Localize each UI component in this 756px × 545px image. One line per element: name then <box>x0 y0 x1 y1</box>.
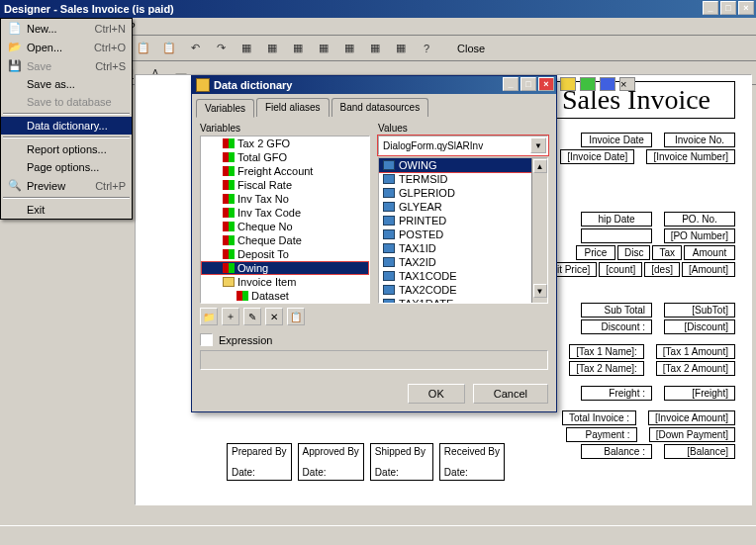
cancel-button[interactable]: Cancel <box>473 384 548 404</box>
tree-item[interactable]: Cheque No <box>201 220 369 233</box>
col-amount[interactable]: Amount <box>684 245 735 260</box>
list-item[interactable]: POSTED <box>379 227 547 241</box>
menu-new[interactable]: 📄New...Ctrl+N <box>1 19 132 38</box>
help-icon[interactable]: ? <box>416 38 437 59</box>
scrollbar[interactable]: ▲ ▼ <box>531 158 547 303</box>
chevron-down-icon[interactable]: ▼ <box>530 137 546 153</box>
menu-preview[interactable]: 🔍PreviewCtrl+P <box>1 176 132 195</box>
send-back-icon[interactable]: ▦ <box>261 38 283 59</box>
discount-label[interactable]: Discount : <box>581 319 652 334</box>
list-item[interactable]: TAX1RATE <box>379 297 547 304</box>
discount-val[interactable]: [Discount] <box>664 319 735 334</box>
tree-item[interactable]: Owing <box>201 261 369 275</box>
val-price[interactable]: it Price] <box>550 262 597 277</box>
tax1-label[interactable]: [Tax 1 Name]: <box>569 344 644 359</box>
val-count[interactable]: [count] <box>599 262 642 277</box>
variables-tree[interactable]: Tax 2 GFOTotal GFOFreight AccountFiscal … <box>200 136 370 304</box>
scroll-down-icon[interactable]: ▼ <box>533 284 547 298</box>
tree-item[interactable]: Inv Tax No <box>201 192 369 206</box>
list-item[interactable]: GLYEAR <box>379 200 547 214</box>
scroll-up-icon[interactable]: ▲ <box>533 159 547 173</box>
total-label[interactable]: Total Invoice : <box>562 410 636 425</box>
col-disc[interactable]: Disc <box>617 245 650 260</box>
tax1-val[interactable]: [Tax 1 Amount] <box>656 344 735 359</box>
dialog-maximize[interactable]: □ <box>520 77 536 91</box>
new-var-icon[interactable]: ＋ <box>222 308 239 325</box>
tree-item[interactable]: Freight Account <box>201 164 369 178</box>
freight-val[interactable]: [Freight] <box>664 386 735 401</box>
menu-page-options[interactable]: Page options... <box>1 158 132 176</box>
tax2-label[interactable]: [Tax 2 Name]: <box>569 361 644 376</box>
ship-date-header[interactable]: hip Date <box>581 212 652 227</box>
tool-icon[interactable]: ▦ <box>313 38 334 59</box>
tree-item[interactable]: Invoice Item <box>201 275 369 289</box>
tree-item[interactable]: Dataset <box>201 289 369 303</box>
redo-icon[interactable]: ↷ <box>210 38 232 59</box>
total-val[interactable]: [Invoice Amount] <box>648 410 735 425</box>
side-button-yellow[interactable] <box>560 77 576 91</box>
close-button-text[interactable]: Close <box>449 41 493 56</box>
subtotal-val[interactable]: [SubTot] <box>664 303 735 318</box>
list-item[interactable]: TAX2ID <box>379 255 547 269</box>
tree-item[interactable]: Fiscal Rate <box>201 178 369 192</box>
dialog-close[interactable]: × <box>538 77 554 91</box>
menu-save-as[interactable]: Save as... <box>1 75 132 93</box>
expression-input[interactable] <box>200 350 548 370</box>
list-item[interactable]: TAX1ID <box>379 241 547 255</box>
minimize-button[interactable]: _ <box>703 1 718 15</box>
edit-icon[interactable]: ✎ <box>243 308 261 325</box>
list-item[interactable]: OWING <box>379 158 547 172</box>
invoice-no-field[interactable]: [Invoice Number] <box>646 149 735 164</box>
list-item[interactable]: PRINTED <box>379 214 547 227</box>
sig-received[interactable]: Received ByDate: <box>439 443 505 481</box>
balance-label[interactable]: Balance : <box>581 444 652 459</box>
tree-item[interactable]: Inv Tax Code <box>201 206 369 220</box>
subtotal-label[interactable]: Sub Total <box>581 303 652 318</box>
grid-icon[interactable]: ▦ <box>364 38 386 59</box>
tree-item[interactable]: Cheque Date <box>201 233 369 247</box>
ship-date-field[interactable] <box>581 228 652 243</box>
sig-approved[interactable]: Approved ByDate: <box>298 443 364 481</box>
ok-button[interactable]: OK <box>408 384 465 404</box>
paste-icon[interactable]: 📋 <box>158 38 180 59</box>
balance-val[interactable]: [Balance] <box>664 444 735 459</box>
expression-checkbox[interactable] <box>200 333 213 346</box>
val-amount[interactable]: [Amount] <box>682 262 735 277</box>
payment-val[interactable]: [Down Payment] <box>649 427 735 442</box>
grid-icon[interactable]: ▦ <box>390 38 412 59</box>
list-item[interactable]: TAX1CODE <box>379 269 547 283</box>
po-no-field[interactable]: [PO Number] <box>664 228 735 243</box>
tree-item[interactable]: Tax 2 GFO <box>201 136 369 150</box>
dialog-minimize[interactable]: _ <box>503 77 519 91</box>
dialog-titlebar[interactable]: Data dictionary _ □ × <box>192 76 556 94</box>
tax2-val[interactable]: [Tax 2 Amount] <box>656 361 735 376</box>
values-list[interactable]: OWINGTERMSIDGLPERIODGLYEARPRINTEDPOSTEDT… <box>378 157 548 304</box>
invoice-date-header[interactable]: Invoice Date <box>581 133 652 147</box>
bring-front-icon[interactable]: ▦ <box>236 38 257 59</box>
sig-prepared[interactable]: Prepared ByDate: <box>227 443 292 481</box>
tree-item[interactable]: Deposit To <box>201 247 369 261</box>
tab-band-datasources[interactable]: Band datasources <box>331 98 429 117</box>
invoice-date-field[interactable]: [Invoice Date] <box>560 149 634 164</box>
tree-item[interactable]: Total GFO <box>201 150 369 164</box>
undo-icon[interactable]: ↶ <box>184 38 206 59</box>
delete-icon[interactable]: ✕ <box>265 308 283 325</box>
copy-icon[interactable]: 📋 <box>287 308 305 325</box>
list-item[interactable]: TAX2CODE <box>379 283 547 297</box>
side-button-green[interactable] <box>580 77 596 91</box>
menu-exit[interactable]: Exit <box>1 201 132 219</box>
menu-data-dictionary[interactable]: Data dictionary... <box>1 117 132 135</box>
payment-label[interactable]: Payment : <box>566 427 637 442</box>
side-button-blue[interactable] <box>600 77 615 91</box>
close-button[interactable]: × <box>738 1 754 15</box>
freight-label[interactable]: Freight : <box>581 386 652 401</box>
tab-variables[interactable]: Variables <box>196 99 254 118</box>
tree-item[interactable]: No <box>201 303 369 304</box>
list-item[interactable]: TERMSID <box>379 172 547 186</box>
tool-icon[interactable]: ▦ <box>287 38 309 59</box>
po-no-header[interactable]: PO. No. <box>664 212 735 227</box>
val-des[interactable]: [des] <box>644 262 680 277</box>
col-price[interactable]: Price <box>576 245 615 260</box>
menu-open[interactable]: 📂Open...Ctrl+O <box>1 38 132 56</box>
new-folder-icon[interactable]: 📁 <box>200 308 218 325</box>
